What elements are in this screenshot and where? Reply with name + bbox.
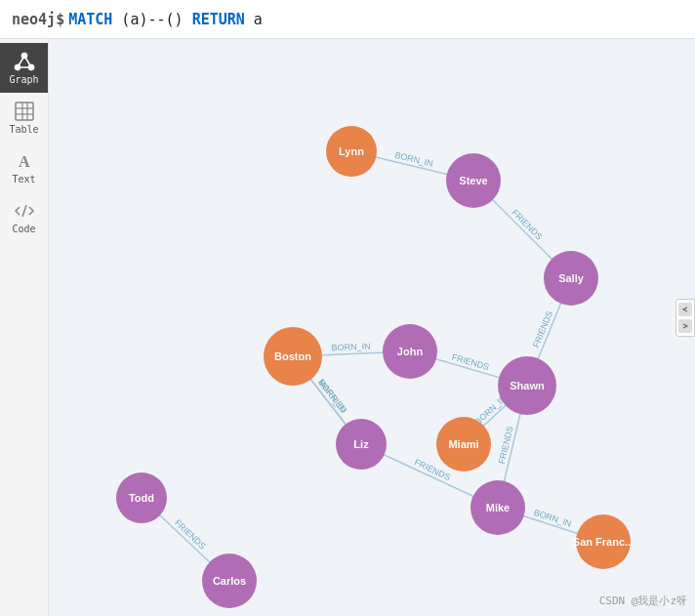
edge-label: MARRIED [316, 377, 349, 415]
node-lynn[interactable]: Lynn [326, 126, 377, 177]
svg-rect-6 [16, 103, 33, 120]
code-icon [14, 200, 35, 222]
node-john[interactable]: John [383, 324, 437, 379]
graph-svg: BORN_INFRIENDSFRIENDSFRIENDSBORN_INBORN_… [49, 39, 695, 616]
node-label: Lynn [339, 145, 364, 157]
table-icon [14, 101, 35, 122]
edge-label: FRIENDS [531, 309, 554, 349]
main-container: Graph Table A Text Code [0, 39, 695, 616]
edge-label: FRIENDS [510, 208, 544, 242]
node-label: Liz [353, 438, 369, 450]
node-miami[interactable]: Miami [436, 417, 491, 472]
edge-label: FRIENDS [173, 517, 208, 551]
node-sanfran[interactable]: San Franc... [573, 514, 634, 569]
node-label: Miami [448, 438, 478, 450]
node-label: Todd [129, 492, 154, 504]
node-todd[interactable]: Todd [116, 472, 167, 523]
node-boston[interactable]: Boston [264, 327, 322, 386]
node-shawn[interactable]: Shawn [498, 356, 556, 415]
side-panel [675, 299, 695, 337]
text-icon: A [14, 150, 35, 172]
sidebar-item-code[interactable]: Code [0, 192, 48, 242]
node-label: Boston [274, 350, 311, 362]
node-liz[interactable]: Liz [336, 419, 387, 470]
sidebar-item-text[interactable]: A Text [0, 143, 48, 192]
svg-line-12 [22, 205, 26, 217]
top-bar: neo4j$ MATCH (a)--() RETURN a [0, 0, 695, 39]
graph-area: BORN_INFRIENDSFRIENDSFRIENDSBORN_INBORN_… [49, 39, 695, 616]
command: MATCH (a)--() RETURN a [68, 11, 263, 28]
sidebar-text-label: Text [12, 174, 35, 185]
node-label: Sally [558, 272, 585, 284]
node-label: San Franc... [573, 536, 634, 548]
sidebar-graph-label: Graph [9, 74, 38, 85]
graph-icon [14, 51, 35, 72]
prompt: neo4j$ [12, 11, 64, 28]
node-carlos[interactable]: Carlos [202, 554, 257, 608]
sidebar-table-label: Table [9, 124, 38, 135]
side-panel-btn-2[interactable] [678, 319, 692, 333]
node-mike[interactable]: Mike [470, 480, 525, 535]
node-label: Steve [459, 175, 487, 186]
node-label: Carlos [213, 575, 246, 587]
node-label: John [397, 346, 424, 357]
node-label: Mike [486, 502, 510, 513]
watermark: CSDN @我是小z呀 [599, 594, 687, 608]
sidebar-item-table[interactable]: Table [0, 93, 48, 143]
svg-line-3 [18, 56, 24, 67]
node-label: Shawn [510, 380, 545, 391]
node-steve[interactable]: Steve [446, 153, 501, 208]
svg-text:A: A [19, 153, 30, 170]
svg-line-4 [24, 56, 31, 67]
sidebar: Graph Table A Text Code [0, 39, 49, 616]
node-sally[interactable]: Sally [544, 251, 598, 306]
side-panel-btn-1[interactable] [678, 303, 692, 316]
sidebar-code-label: Code [12, 224, 35, 234]
edge-label: BORN_IN [332, 342, 371, 353]
sidebar-item-graph[interactable]: Graph [0, 43, 48, 93]
